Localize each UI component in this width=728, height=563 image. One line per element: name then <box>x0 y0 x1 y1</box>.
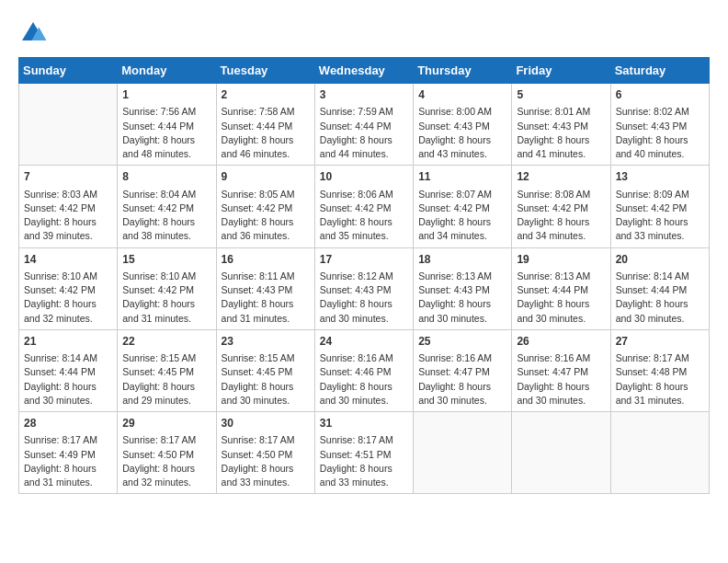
day-number: 13 <box>616 169 704 185</box>
day-number: 6 <box>616 87 704 103</box>
day-info-line: and 35 minutes. <box>320 229 408 243</box>
day-info-line: Sunrise: 8:09 AM <box>616 188 704 201</box>
day-info-line: Sunset: 4:42 PM <box>24 201 112 215</box>
calendar-cell: 9Sunrise: 8:05 AMSunset: 4:42 PMDaylight… <box>216 166 314 247</box>
calendar-cell: 8Sunrise: 8:04 AMSunset: 4:42 PMDaylight… <box>118 166 216 247</box>
day-info-line: Daylight: 8 hours <box>418 133 506 147</box>
day-info-line: Sunset: 4:44 PM <box>222 120 310 133</box>
day-info-line: Daylight: 8 hours <box>517 215 605 229</box>
day-info-line: Sunset: 4:43 PM <box>616 120 704 133</box>
day-info-line: Daylight: 8 hours <box>320 133 408 147</box>
day-info: Sunrise: 8:14 AMSunset: 4:44 PMDaylight:… <box>24 351 112 408</box>
week-row-2: 7Sunrise: 8:03 AMSunset: 4:42 PMDaylight… <box>19 166 710 247</box>
day-info: Sunrise: 8:07 AMSunset: 4:42 PMDaylight:… <box>418 188 506 244</box>
week-row-1: 1Sunrise: 7:56 AMSunset: 4:44 PMDaylight… <box>19 84 710 166</box>
day-info-line: Sunrise: 8:10 AM <box>24 270 112 283</box>
day-info-line: and 44 minutes. <box>320 147 408 161</box>
day-info-line: Daylight: 8 hours <box>222 462 310 476</box>
day-info-line: Sunrise: 8:14 AM <box>24 351 112 365</box>
day-info-line: Daylight: 8 hours <box>320 215 408 229</box>
header-row: SundayMondayTuesdayWednesdayThursdayFrid… <box>19 58 710 84</box>
day-info-line: Sunset: 4:47 PM <box>418 365 506 379</box>
day-number: 15 <box>122 252 210 268</box>
day-info-line: Sunset: 4:42 PM <box>616 201 704 215</box>
calendar-cell: 30Sunrise: 8:17 AMSunset: 4:50 PMDayligh… <box>216 412 314 494</box>
calendar-cell: 4Sunrise: 8:00 AMSunset: 4:43 PMDaylight… <box>414 84 512 166</box>
calendar-cell: 6Sunrise: 8:02 AMSunset: 4:43 PMDaylight… <box>610 84 709 166</box>
day-info-line: Sunrise: 8:02 AM <box>616 105 704 119</box>
day-info-line: and 32 minutes. <box>24 312 112 326</box>
day-number: 26 <box>517 334 605 350</box>
day-info-line: and 30 minutes. <box>517 312 605 326</box>
day-info: Sunrise: 8:06 AMSunset: 4:42 PMDaylight:… <box>320 188 408 244</box>
calendar-cell: 5Sunrise: 8:01 AMSunset: 4:43 PMDaylight… <box>512 84 610 166</box>
day-info-line: Daylight: 8 hours <box>222 297 310 311</box>
day-info-line: Sunset: 4:44 PM <box>320 120 408 133</box>
day-info-line: Daylight: 8 hours <box>418 215 506 229</box>
header-day-wednesday: Wednesday <box>314 58 413 84</box>
day-number: 23 <box>222 334 310 350</box>
day-info: Sunrise: 8:17 AMSunset: 4:50 PMDaylight:… <box>222 433 310 489</box>
header-day-tuesday: Tuesday <box>216 58 314 84</box>
day-number: 8 <box>122 169 210 185</box>
day-info: Sunrise: 8:12 AMSunset: 4:43 PMDaylight:… <box>320 270 408 326</box>
day-info-line: Sunset: 4:44 PM <box>24 365 112 379</box>
header-day-monday: Monday <box>118 58 216 84</box>
day-info: Sunrise: 8:02 AMSunset: 4:43 PMDaylight:… <box>616 105 704 161</box>
calendar-cell: 15Sunrise: 8:10 AMSunset: 4:42 PMDayligh… <box>118 247 216 329</box>
calendar-cell: 18Sunrise: 8:13 AMSunset: 4:43 PMDayligh… <box>414 247 512 329</box>
day-number: 3 <box>320 87 408 103</box>
day-info-line: Sunrise: 8:05 AM <box>222 188 310 201</box>
day-info-line: Daylight: 8 hours <box>517 133 605 147</box>
calendar-cell: 7Sunrise: 8:03 AMSunset: 4:42 PMDaylight… <box>19 166 118 247</box>
header-day-friday: Friday <box>512 58 610 84</box>
day-info-line: Sunrise: 8:06 AM <box>320 188 408 201</box>
day-info-line: Sunset: 4:42 PM <box>418 201 506 215</box>
day-number: 2 <box>222 87 310 103</box>
day-info-line: Sunset: 4:43 PM <box>517 120 605 133</box>
calendar-table: SundayMondayTuesdayWednesdayThursdayFrid… <box>18 57 710 494</box>
day-info: Sunrise: 7:59 AMSunset: 4:44 PMDaylight:… <box>320 105 408 161</box>
day-info: Sunrise: 8:01 AMSunset: 4:43 PMDaylight:… <box>517 105 605 161</box>
day-info-line: Daylight: 8 hours <box>517 380 605 394</box>
day-info-line: Daylight: 8 hours <box>24 215 112 229</box>
day-info-line: Sunrise: 8:15 AM <box>222 351 310 365</box>
day-info-line: Sunset: 4:43 PM <box>418 120 506 133</box>
day-info-line: and 34 minutes. <box>418 229 506 243</box>
day-info-line: Daylight: 8 hours <box>122 133 210 147</box>
day-info-line: Sunrise: 8:17 AM <box>616 351 704 365</box>
day-info-line: Daylight: 8 hours <box>122 380 210 394</box>
day-info-line: Sunset: 4:50 PM <box>122 448 210 462</box>
day-info: Sunrise: 8:17 AMSunset: 4:48 PMDaylight:… <box>616 351 704 408</box>
calendar-cell <box>512 412 610 494</box>
day-info-line: Sunrise: 8:17 AM <box>122 433 210 447</box>
day-info-line: Sunset: 4:43 PM <box>418 283 506 297</box>
day-number: 12 <box>517 169 605 185</box>
day-info: Sunrise: 8:05 AMSunset: 4:42 PMDaylight:… <box>222 188 310 244</box>
day-info-line: Sunset: 4:45 PM <box>222 365 310 379</box>
day-info-line: Sunrise: 8:16 AM <box>517 351 605 365</box>
calendar-cell: 14Sunrise: 8:10 AMSunset: 4:42 PMDayligh… <box>19 247 118 329</box>
calendar-cell: 19Sunrise: 8:13 AMSunset: 4:44 PMDayligh… <box>512 247 610 329</box>
day-info-line: Sunrise: 8:13 AM <box>418 270 506 283</box>
day-info-line: Sunrise: 8:11 AM <box>222 270 310 283</box>
day-info-line: Sunset: 4:48 PM <box>616 365 704 379</box>
calendar-body: 1Sunrise: 7:56 AMSunset: 4:44 PMDaylight… <box>19 84 710 494</box>
day-info-line: Sunrise: 8:13 AM <box>517 270 605 283</box>
day-number: 18 <box>418 252 506 268</box>
day-info-line: Sunrise: 8:17 AM <box>24 433 112 447</box>
calendar-cell: 23Sunrise: 8:15 AMSunset: 4:45 PMDayligh… <box>216 329 314 411</box>
calendar-cell <box>19 84 118 166</box>
day-info: Sunrise: 8:00 AMSunset: 4:43 PMDaylight:… <box>418 105 506 161</box>
day-number: 1 <box>122 87 210 103</box>
day-info-line: and 46 minutes. <box>222 147 310 161</box>
day-info-line: Sunrise: 8:00 AM <box>418 105 506 119</box>
calendar-cell: 22Sunrise: 8:15 AMSunset: 4:45 PMDayligh… <box>118 329 216 411</box>
day-info: Sunrise: 8:16 AMSunset: 4:47 PMDaylight:… <box>517 351 605 408</box>
calendar-cell: 26Sunrise: 8:16 AMSunset: 4:47 PMDayligh… <box>512 329 610 411</box>
week-row-3: 14Sunrise: 8:10 AMSunset: 4:42 PMDayligh… <box>19 247 710 329</box>
calendar-cell: 24Sunrise: 8:16 AMSunset: 4:46 PMDayligh… <box>314 329 413 411</box>
day-number: 29 <box>122 416 210 431</box>
day-info-line: Sunset: 4:46 PM <box>320 365 408 379</box>
day-info-line: Sunrise: 7:59 AM <box>320 105 408 119</box>
